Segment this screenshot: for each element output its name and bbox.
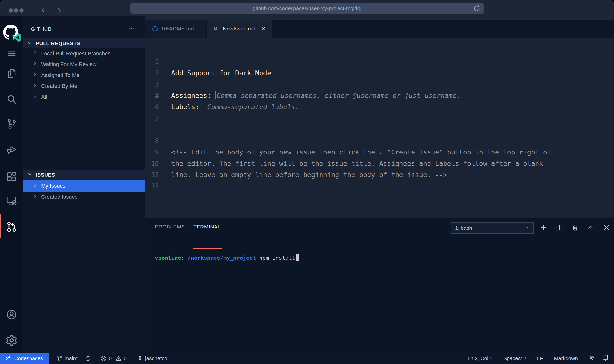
address-bar[interactable]: github.com/codespaces/user-my-project-mg… [130,3,484,14]
sidebar-item-search[interactable] [0,92,23,106]
sync-status-item[interactable] [85,355,93,362]
line-number: 6 [145,101,159,113]
terminal-shell-select[interactable]: 1: bash [451,222,534,234]
chevron-right-icon [32,72,38,79]
code-line: 9 the editor. The first line will be the… [145,135,614,147]
tree-item-local-pull-request-branches[interactable]: Local Pull Request Branches [23,48,145,59]
bottom-panel: PROBLEMS TERMINAL 1: bash [145,218,614,353]
sidebar-item-github-extension[interactable] [0,24,23,42]
terminal-command: npm install [256,255,295,261]
close-panel-button[interactable] [601,222,612,233]
sidebar-item-debug[interactable] [0,142,23,157]
close-icon [603,224,610,231]
tree-item-all[interactable]: All [23,91,145,102]
tree-item-assigned-to-me[interactable]: Assigned To Me [23,70,145,81]
tree-item-label: Waiting For My Review [41,61,96,68]
tab-readme[interactable]: README.md [145,20,207,38]
forward-icon [56,7,62,13]
feedback-button[interactable] [589,354,595,362]
tree-item-label: All [41,94,47,100]
indentation-item[interactable]: Spaces: 2 [503,355,526,361]
chevron-down-icon [524,225,530,232]
line-number: 13 [145,181,159,192]
panel-tab-terminal[interactable]: TERMINAL [193,224,221,230]
info-icon [152,26,158,32]
tree-item-label: Local Pull Request Branches [41,50,111,57]
person-icon [137,355,143,362]
code-line: 6 [145,101,614,113]
language-mode-item[interactable]: Markdown [554,355,578,361]
window-zoom-button[interactable] [19,8,24,13]
kill-terminal-button[interactable] [569,222,581,233]
files-icon [6,68,17,79]
terminal-path: ~/workspace/my_project [184,255,256,261]
sidebar-item-account[interactable] [0,307,23,322]
sidebar-item-settings[interactable] [0,333,23,348]
notifications-button[interactable] [602,354,609,363]
sidebar-header: GITHUB ⋯ [23,16,145,38]
tab-label: README.md [162,26,194,32]
close-tab-button[interactable]: ✕ [261,25,266,32]
section-header-label: ISSUES [36,172,55,178]
tabstrip-top-band [145,16,614,20]
github-vscode-logo-icon [3,25,20,41]
branch-status-item[interactable]: main* [56,355,78,362]
tree-item-created-by-me[interactable]: Created By Me [23,81,145,91]
section-header-label: PULL REQUESTS [36,40,80,46]
new-terminal-button[interactable] [538,222,549,233]
tree-item-my-issues[interactable]: My Issues [23,180,145,192]
split-terminal-icon [556,224,563,231]
remote-label: Codespaces [14,355,43,361]
sidebar-item-source-control[interactable] [0,116,23,131]
sidebar-item-explorer[interactable] [0,66,23,81]
pull-request-icon [6,221,17,232]
source-control-icon [6,118,17,129]
tab-newissue[interactable]: M↓ NewIssue.md ✕ [207,20,272,38]
remote-icon [5,355,11,362]
browser-toolbar: github.com/codespaces/user-my-project-mg… [0,0,614,16]
chevron-right-icon [32,83,38,90]
user-status-item[interactable]: jasonetco [137,355,167,362]
sidebar-overflow-button[interactable]: ⋯ [128,24,136,32]
editor-pane[interactable]: 1 Add Support for Dark Mode 2 3 Assignee… [145,38,614,218]
eol-label: LF [537,355,543,361]
code-line: 12 [145,169,614,181]
browser-back-button[interactable] [40,7,46,14]
window-minimize-button[interactable] [14,8,18,13]
chevron-right-icon [32,182,38,189]
tree-item-label: Created By Me [41,83,77,89]
terminal-separator: : [181,255,184,261]
code-line: 8 <!-- Edit the body of your new issue t… [145,124,614,135]
code-line: 4 Labels: Comma-separated labels. [145,79,614,90]
branch-label: main* [65,355,78,361]
tree-item-waiting-for-my-review[interactable]: Waiting For My Review [23,59,145,70]
warnings-pair: 0 [115,355,127,362]
reload-icon [473,5,480,12]
account-icon [6,309,17,320]
section-header-pull-requests[interactable]: PULL REQUESTS [23,38,145,48]
cursor-position-item[interactable]: Ln 3, Col 1 [468,355,493,361]
sidebar-item-extensions[interactable] [0,169,23,184]
panel-tab-problems[interactable]: PROBLEMS [155,224,185,230]
section-header-issues[interactable]: ISSUES [23,170,145,180]
sidebar-item-remote-explorer[interactable] [0,194,23,208]
reload-button[interactable] [473,5,480,13]
sidebar-item-github-pull-requests[interactable] [0,219,23,234]
tree-item-created-issues[interactable]: Created Issues [23,192,145,202]
terminal-prompt-line[interactable]: vsonline:~/workspace/my_project npm inst… [155,254,299,261]
remote-indicator[interactable]: Codespaces [0,353,49,364]
browser-forward-button[interactable] [56,7,62,14]
chevron-up-icon [587,224,595,231]
bell-icon [602,354,609,361]
chevron-down-icon [27,40,33,47]
problems-status-item[interactable]: 0 0 [100,355,130,362]
extensions-icon [6,171,17,182]
editor-group: README.md M↓ NewIssue.md ✕ 1 Add Support… [145,16,614,353]
split-terminal-button[interactable] [554,222,565,233]
maximize-panel-button[interactable] [585,222,597,233]
eol-item[interactable]: LF [537,355,543,361]
feedback-icon [589,354,595,361]
window-close-button[interactable] [9,8,13,13]
indentation-label: Spaces: 2 [503,355,526,361]
sidebar-item-menu[interactable] [0,46,23,61]
